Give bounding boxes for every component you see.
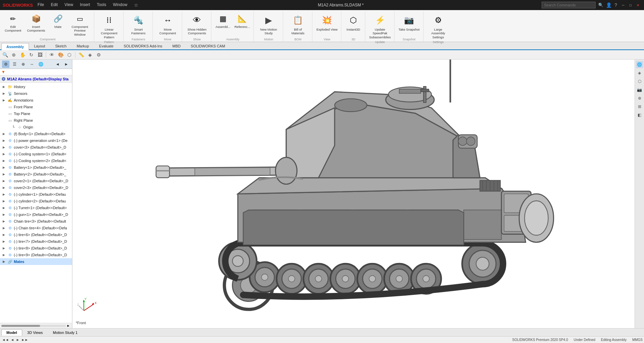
tab-3d-views[interactable]: 3D Views bbox=[22, 329, 48, 336]
help-icon[interactable]: ? bbox=[614, 2, 617, 8]
tree-item-annotations[interactable]: ▶ ✍ Annotations bbox=[0, 97, 72, 104]
exploded-view-button[interactable]: 💥 Exploded View bbox=[315, 12, 339, 32]
menu-view[interactable]: View bbox=[63, 2, 75, 8]
scroll-last-button[interactable]: ►► bbox=[21, 338, 29, 342]
smart-fasteners-button[interactable]: 🔩 Smart Fasteners bbox=[126, 12, 150, 36]
menu-tools[interactable]: Tools bbox=[95, 2, 107, 8]
tree-item-chaintire4[interactable]: ▶ ⚙ (-) Chain tire<4> (Default<<Defa bbox=[0, 225, 72, 231]
linear-component-pattern-button[interactable]: ⁞⁞ Linear Component Pattern bbox=[97, 12, 121, 40]
display-states-button[interactable]: ⚙ bbox=[95, 51, 102, 59]
tab-solidworks-cam[interactable]: SOLIDWORKS CAM bbox=[186, 42, 230, 49]
tab-sketch[interactable]: Sketch bbox=[50, 42, 72, 49]
tree-item-right-plane[interactable]: ▭ Right Plane bbox=[0, 117, 72, 124]
tree-item-cooling2[interactable]: ▶ ⚙ (-) Cooling system<2> (Default< bbox=[0, 157, 72, 164]
edit-appearance-right-button[interactable]: 📷 bbox=[636, 86, 643, 93]
tree-item-cover2-1[interactable]: ▶ ⚙ cover2<1> (Default<<Default>_D bbox=[0, 178, 72, 184]
tree-item-body1[interactable]: ▶ ⚙ (f) Body<1> (Default<<Default> bbox=[0, 130, 72, 137]
bill-of-materials-button[interactable]: 📋 Bill of Materials bbox=[286, 12, 310, 36]
tree-item-sensors[interactable]: ▶ 📡 Sensors bbox=[0, 90, 72, 97]
tree-item-tire9[interactable]: ▶ ⚙ (-) tire<9> (Default<<Default>_D bbox=[0, 252, 72, 258]
maximize-button[interactable]: □ bbox=[627, 2, 634, 8]
menu-window[interactable]: Window bbox=[111, 2, 129, 8]
view-zoom-button[interactable]: ⊕ bbox=[10, 51, 18, 59]
display-style-button[interactable]: ◈ bbox=[636, 69, 643, 77]
measure-button[interactable]: 📏 bbox=[77, 51, 85, 59]
tree-item-power-gen[interactable]: ▶ ⚙ (-) power generation unit<1> (De bbox=[0, 137, 72, 144]
tree-item-front-plane[interactable]: ▭ Front Plane bbox=[0, 104, 72, 110]
hide-show-button[interactable]: 👁 bbox=[48, 51, 56, 59]
tree-item-gun1[interactable]: ▶ ⚙ (-) gun<1> (Default<<Default>_D bbox=[0, 211, 72, 218]
tree-item-tire6[interactable]: ▶ ⚙ (-) tire<6> (Default<<Default>_D bbox=[0, 231, 72, 238]
scroll-left-button[interactable]: ◄◄ bbox=[1, 338, 9, 342]
tab-mbd[interactable]: MBD bbox=[167, 42, 185, 49]
move-component-button[interactable]: ↔ Move Component bbox=[156, 12, 180, 36]
appearance-manager-button[interactable]: 🌐 bbox=[37, 61, 44, 68]
take-snapshot-button[interactable]: 📷 Take Snapshot bbox=[397, 12, 421, 32]
tree-item-battery2[interactable]: ▶ ⚙ Battery<2> (Default<<Default>_ bbox=[0, 171, 72, 178]
speedpak-button[interactable]: ⚡ Update SpeedPak Subassemblies bbox=[368, 12, 392, 40]
instant3d-button[interactable]: ⬡ Instant3D bbox=[344, 12, 363, 32]
minimize-button[interactable]: ─ bbox=[620, 2, 626, 8]
menu-file[interactable]: File bbox=[36, 2, 45, 8]
close-button[interactable]: ✕ bbox=[635, 2, 641, 8]
component-preview-button[interactable]: ▭ ComponentPreview Window bbox=[68, 12, 92, 37]
tab-motion-study-1[interactable]: Motion Study 1 bbox=[48, 329, 82, 336]
tab-model[interactable]: Model bbox=[1, 329, 22, 336]
new-motion-study-button[interactable]: ▶ New Motion Study bbox=[257, 12, 281, 36]
tree-item-cover2-3[interactable]: ▶ ⚙ cover2<3> (Default<<Default>_D bbox=[0, 184, 72, 191]
tree-item-cover3[interactable]: ▶ ⚙ cover<3> (Default<<Default>_D bbox=[0, 144, 72, 151]
scroll-prev-button[interactable]: ◄ bbox=[10, 338, 15, 342]
menu-edit[interactable]: Edit bbox=[49, 2, 59, 8]
menu-insert[interactable]: Insert bbox=[78, 2, 91, 8]
scroll-next-button[interactable]: ► bbox=[15, 338, 20, 342]
edit-component-button[interactable]: ✏ EditComponent bbox=[3, 12, 23, 33]
config-manager-button[interactable]: ⊕ bbox=[20, 61, 27, 68]
reference-button[interactable]: 📐 Referenc... bbox=[233, 12, 251, 29]
tree-item-battery1[interactable]: ▶ ⚙ Battery<1> (Default<<Default>_ bbox=[0, 164, 72, 171]
realview-button[interactable]: ⊞ bbox=[636, 103, 643, 110]
tab-assembly[interactable]: Assembly bbox=[1, 43, 29, 50]
tab-layout[interactable]: Layout bbox=[29, 42, 50, 49]
scroll-right-arrow[interactable]: ► bbox=[66, 324, 71, 328]
tree-item-cylinder1[interactable]: ▶ ⚙ (-) cylinder<1> (Default<<Defau bbox=[0, 191, 72, 198]
hide-show-right-button[interactable]: ⬡ bbox=[636, 78, 643, 85]
tree-item-tire8[interactable]: ▶ ⚙ (-) tire<8> (Default<<Default>_D bbox=[0, 245, 72, 252]
3d-viewport[interactable]: X Y Z *Front bbox=[72, 60, 635, 328]
feature-tree[interactable]: ▶ 📁 History ▶ 📡 Sensors ▶ ✍ Annotations … bbox=[0, 83, 72, 323]
property-manager-button[interactable]: ☰ bbox=[11, 61, 18, 68]
tree-item-cooling1[interactable]: ▶ ⚙ (-) Cooling system<1> (Default< bbox=[0, 151, 72, 157]
feature-tree-button[interactable]: ⚙ bbox=[2, 61, 9, 68]
tree-item-chaintire3[interactable]: ▶ ⚙ Chain tire<3> (Default<<Default bbox=[0, 218, 72, 225]
shadows-button[interactable]: ◧ bbox=[636, 111, 643, 119]
insert-components-button[interactable]: 📦 Insert Components bbox=[24, 12, 48, 33]
tree-item-history[interactable]: ▶ 📁 History bbox=[0, 83, 72, 90]
scene-button[interactable]: ⬡ bbox=[66, 51, 73, 59]
tree-item-mates[interactable]: ▶ 🔗 Mates bbox=[0, 258, 72, 265]
tab-markup[interactable]: Markup bbox=[72, 42, 94, 49]
tree-item-cylinder2[interactable]: ▶ ⚙ (-) cylinder<2> (Default<<Defau bbox=[0, 198, 72, 204]
tree-item-origin[interactable]: └ ⊹ Origin bbox=[0, 124, 72, 130]
tab-evaluate[interactable]: Evaluate bbox=[94, 42, 118, 49]
section-view-button[interactable]: ◈ bbox=[86, 51, 94, 59]
view-display-button[interactable]: 🖼 bbox=[36, 51, 44, 59]
edit-appearance-button[interactable]: 🎨 bbox=[57, 51, 64, 59]
tab-solidworks-addins[interactable]: SOLIDWORKS Add-Ins bbox=[118, 42, 167, 49]
tree-item-tire7[interactable]: ▶ ⚙ (-) tire<7> (Default<<Default>_D bbox=[0, 238, 72, 245]
tree-item-top-plane[interactable]: ▭ Top Plane bbox=[0, 110, 72, 117]
tree-label: Annotations bbox=[14, 98, 33, 102]
view-orientation-button[interactable]: 🔍 bbox=[1, 51, 9, 59]
view-rotate-button[interactable]: ↻ bbox=[28, 51, 35, 59]
menu-help[interactable]: ☆ bbox=[133, 2, 140, 8]
collapse-panel-button[interactable]: ◄ bbox=[54, 61, 61, 68]
assembly-button[interactable]: ▦ Assembl... bbox=[214, 12, 232, 29]
tree-item-turret1[interactable]: ▶ ⚙ (-) Turret<1> (Default<<Default> bbox=[0, 204, 72, 211]
dim-expert-button[interactable]: ↔ bbox=[28, 61, 36, 68]
large-assembly-settings-button[interactable]: ⚙ Large Assembly Settings bbox=[426, 12, 450, 40]
mate-button[interactable]: 🔗 Mate bbox=[49, 12, 66, 29]
scene-right-button[interactable]: ⊕ bbox=[636, 94, 643, 102]
show-hidden-button[interactable]: 👁 Show Hidden Components bbox=[185, 12, 209, 36]
view-pan-button[interactable]: ✋ bbox=[19, 51, 26, 59]
search-input[interactable] bbox=[542, 2, 596, 8]
view-orientation-right-button[interactable]: 🌐 bbox=[636, 61, 643, 68]
expand-panel-button[interactable]: ► bbox=[63, 61, 70, 68]
